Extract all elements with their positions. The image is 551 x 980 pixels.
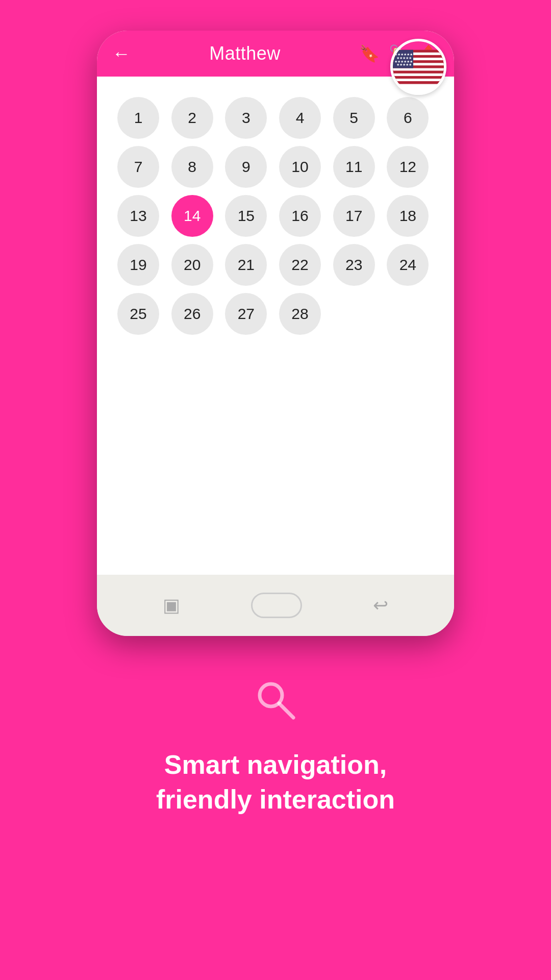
phone-frame: ← Matthew 🔖 🏷️ 📤 bbox=[97, 31, 454, 636]
day-button-3[interactable]: 3 bbox=[225, 97, 267, 139]
day-button-10[interactable]: 10 bbox=[279, 146, 321, 188]
empty-content bbox=[97, 371, 454, 575]
home-button[interactable] bbox=[251, 593, 302, 618]
svg-rect-11 bbox=[393, 79, 444, 81]
bookmark-filled-icon[interactable]: 🔖 bbox=[359, 44, 380, 63]
recents-icon[interactable]: ▣ bbox=[163, 595, 180, 616]
day-button-12[interactable]: 12 bbox=[387, 146, 429, 188]
day-button-18[interactable]: 18 bbox=[387, 195, 429, 237]
day-button-4[interactable]: 4 bbox=[279, 97, 321, 139]
search-icon-large bbox=[253, 677, 298, 732]
day-button-28[interactable]: 28 bbox=[279, 293, 321, 335]
bottom-section: Smart navigation, friendly interaction bbox=[156, 677, 395, 857]
day-button-7[interactable]: 7 bbox=[117, 146, 159, 188]
day-button-13[interactable]: 13 bbox=[117, 195, 159, 237]
header-actions: 🔖 🏷️ 📤 bbox=[359, 44, 439, 63]
day-button-2[interactable]: 2 bbox=[171, 97, 213, 139]
day-button-6[interactable]: 6 bbox=[387, 97, 429, 139]
app-header: ← Matthew 🔖 🏷️ 📤 bbox=[97, 31, 454, 77]
app-content: 1234567891011121314151617181920212223242… bbox=[97, 77, 454, 371]
day-button-8[interactable]: 8 bbox=[171, 146, 213, 188]
day-button-16[interactable]: 16 bbox=[279, 195, 321, 237]
back-button[interactable]: ← bbox=[112, 43, 131, 64]
svg-rect-8 bbox=[393, 71, 444, 74]
calendar-grid: 1234567891011121314151617181920212223242… bbox=[112, 92, 439, 340]
phone-nav-bar: ▣ ↩ bbox=[97, 575, 454, 636]
flag-circle[interactable]: ★★★★★★ ★★★★★ ★★★★★★ ★★★★★ bbox=[390, 39, 446, 95]
svg-rect-9 bbox=[393, 74, 444, 76]
day-button-22[interactable]: 22 bbox=[279, 244, 321, 286]
back-nav-icon[interactable]: ↩ bbox=[373, 595, 388, 616]
day-button-26[interactable]: 26 bbox=[171, 293, 213, 335]
tagline: Smart navigation, friendly interaction bbox=[156, 748, 395, 817]
day-button-17[interactable]: 17 bbox=[333, 195, 375, 237]
day-button-15[interactable]: 15 bbox=[225, 195, 267, 237]
svg-rect-7 bbox=[393, 68, 444, 71]
day-button-19[interactable]: 19 bbox=[117, 244, 159, 286]
day-button-25[interactable]: 25 bbox=[117, 293, 159, 335]
day-button-21[interactable]: 21 bbox=[225, 244, 267, 286]
svg-text:★★★★★: ★★★★★ bbox=[396, 63, 412, 66]
svg-line-19 bbox=[279, 703, 293, 718]
day-button-27[interactable]: 27 bbox=[225, 293, 267, 335]
day-button-23[interactable]: 23 bbox=[333, 244, 375, 286]
day-button-20[interactable]: 20 bbox=[171, 244, 213, 286]
day-button-14[interactable]: 14 bbox=[171, 195, 213, 237]
svg-rect-10 bbox=[393, 76, 444, 79]
page-title: Matthew bbox=[209, 43, 281, 64]
day-button-24[interactable]: 24 bbox=[387, 244, 429, 286]
day-button-5[interactable]: 5 bbox=[333, 97, 375, 139]
svg-rect-12 bbox=[393, 81, 444, 84]
day-button-9[interactable]: 9 bbox=[225, 146, 267, 188]
day-button-11[interactable]: 11 bbox=[333, 146, 375, 188]
day-button-1[interactable]: 1 bbox=[117, 97, 159, 139]
